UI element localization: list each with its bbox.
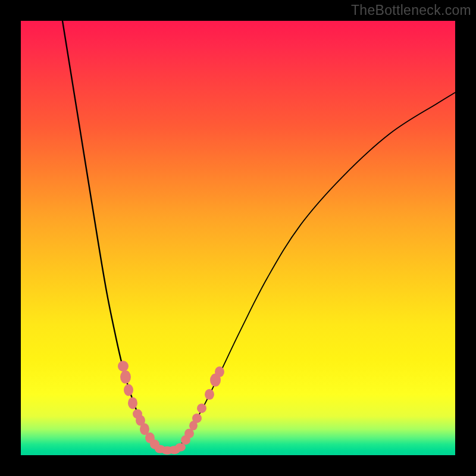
curves (62, 21, 455, 451)
right-curve (177, 92, 455, 449)
marker-left-0 (118, 361, 129, 371)
chart-svg (21, 21, 455, 455)
marker-left-3 (128, 397, 137, 409)
marker-valley-3 (175, 443, 186, 452)
marker-left-2 (124, 384, 133, 396)
chart-frame: TheBottleneck.com (0, 0, 476, 476)
markers (118, 361, 224, 455)
plot-area (21, 21, 455, 455)
watermark-text: TheBottleneck.com (351, 2, 471, 18)
marker-left-1 (120, 371, 131, 384)
marker-right-5 (205, 389, 214, 400)
marker-right-3 (192, 414, 202, 423)
marker-right-7 (215, 367, 224, 377)
left-curve (62, 21, 162, 449)
marker-right-4 (197, 403, 206, 413)
